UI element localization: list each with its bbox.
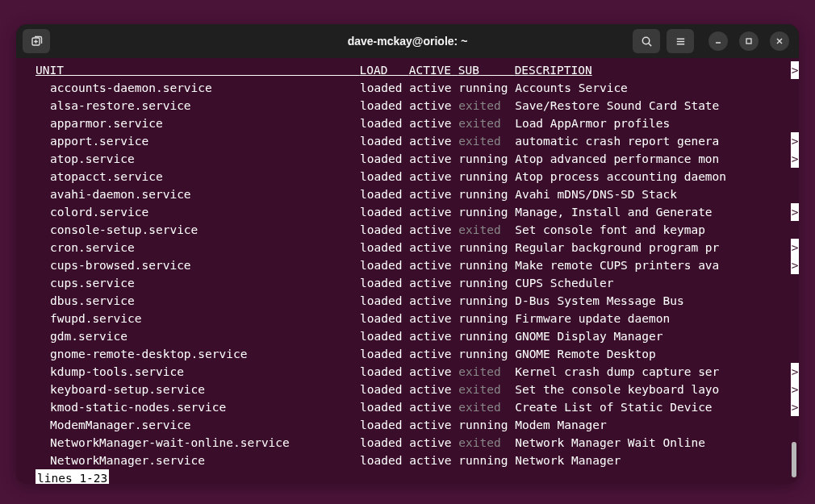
minimize-icon xyxy=(714,37,722,45)
service-row: fwupd.service loaded active running Firm… xyxy=(16,310,799,327)
active-state: active xyxy=(409,294,458,307)
service-row: kmod-static-nodes.service loaded active … xyxy=(16,398,799,416)
sub-state: running xyxy=(458,277,515,289)
active-state: active xyxy=(409,330,458,343)
service-row: atop.service loaded active running Atop … xyxy=(16,150,799,168)
sub-state: exited xyxy=(458,365,515,378)
terminal-body[interactable]: UNIT LOAD ACTIVE SUB DESCRIPTION> accoun… xyxy=(16,58,799,484)
unit-name: colord.service xyxy=(50,206,360,219)
service-row: ModemManager.service loaded active runni… xyxy=(16,416,799,434)
sub-state: running xyxy=(458,206,515,219)
maximize-button[interactable] xyxy=(739,31,759,51)
active-state: active xyxy=(409,223,458,236)
description: Firmware update daemon xyxy=(515,312,670,325)
svg-point-1 xyxy=(642,37,649,44)
sub-state: exited xyxy=(458,401,515,414)
overflow-marker: > xyxy=(791,61,799,79)
sub-state: running xyxy=(458,152,515,165)
service-row: NetworkManager-wait-online.service loade… xyxy=(16,434,799,452)
load-state: loaded xyxy=(360,259,409,272)
load-state: loaded xyxy=(360,401,409,414)
terminal-window: dave-mckay@oriole: ~ xyxy=(16,24,799,484)
service-row: cups-browsed.service loaded active runni… xyxy=(16,256,799,274)
load-state: loaded xyxy=(360,348,409,360)
active-state: active xyxy=(409,454,458,467)
titlebar: dave-mckay@oriole: ~ xyxy=(16,24,799,58)
active-state: active xyxy=(409,81,458,94)
load-state: loaded xyxy=(360,188,409,201)
description: Save/Restore Sound Card State xyxy=(515,99,719,112)
active-state: active xyxy=(409,383,458,396)
description: CUPS Scheduler xyxy=(515,277,613,289)
scrollbar-thumb[interactable] xyxy=(792,442,796,477)
active-state: active xyxy=(409,152,458,165)
unit-name: kdump-tools.service xyxy=(50,365,360,378)
sub-state: running xyxy=(458,419,515,431)
sub-state: exited xyxy=(458,436,515,449)
active-state: active xyxy=(409,365,458,378)
search-button[interactable] xyxy=(633,29,660,53)
service-row: dbus.service loaded active running D-Bus… xyxy=(16,292,799,310)
sub-state: running xyxy=(458,330,515,343)
load-state: loaded xyxy=(360,365,409,378)
terminal-output: UNIT LOAD ACTIVE SUB DESCRIPTION> accoun… xyxy=(16,61,799,484)
header-description: DESCRIPTION xyxy=(515,64,592,77)
load-state: loaded xyxy=(360,312,409,325)
window-title: dave-mckay@oriole: ~ xyxy=(348,35,468,48)
overflow-marker: > xyxy=(791,256,799,274)
service-row: gnome-remote-desktop.service loaded acti… xyxy=(16,345,799,363)
service-row: apport.service loaded active exited auto… xyxy=(16,132,799,150)
description: Set console font and keymap xyxy=(515,223,705,236)
column-header-row: UNIT LOAD ACTIVE SUB DESCRIPTION> xyxy=(16,61,799,79)
service-row: keyboard-setup.service loaded active exi… xyxy=(16,381,799,398)
header-active: ACTIVE xyxy=(409,64,458,77)
unit-name: cron.service xyxy=(50,241,360,254)
menu-button[interactable] xyxy=(667,29,694,53)
window-controls xyxy=(708,31,789,51)
description: Regular background program pr xyxy=(515,241,719,254)
minimize-button[interactable] xyxy=(708,31,728,51)
overflow-marker: > xyxy=(791,239,799,256)
active-state: active xyxy=(409,170,458,183)
sub-state: exited xyxy=(458,383,515,396)
description: Kernel crash dump capture ser xyxy=(515,365,719,378)
new-tab-icon xyxy=(30,35,43,48)
unit-name: kmod-static-nodes.service xyxy=(50,401,360,414)
load-state: loaded xyxy=(360,223,409,236)
load-state: loaded xyxy=(360,117,409,130)
overflow-marker: > xyxy=(791,381,799,398)
active-state: active xyxy=(409,312,458,325)
hamburger-icon xyxy=(675,35,687,48)
service-row: cron.service loaded active running Regul… xyxy=(16,239,799,256)
pager-line: lines 1-23 xyxy=(16,469,799,484)
load-state: loaded xyxy=(360,454,409,467)
close-button[interactable] xyxy=(770,31,789,51)
description: Create List of Static Device xyxy=(515,401,719,414)
sub-state: running xyxy=(458,454,515,467)
unit-name: apparmor.service xyxy=(50,117,360,130)
search-icon xyxy=(641,35,653,48)
overflow-marker: > xyxy=(791,363,799,381)
load-state: loaded xyxy=(360,152,409,165)
sub-state: running xyxy=(458,188,515,201)
sub-state: exited xyxy=(458,117,515,130)
close-icon xyxy=(775,37,784,45)
unit-name: apport.service xyxy=(50,135,360,148)
description: Manage, Install and Generate xyxy=(515,206,719,219)
pager-status: lines 1-23 xyxy=(36,469,109,484)
unit-name: NetworkManager-wait-online.service xyxy=(50,436,360,449)
service-row: accounts-daemon.service loaded active ru… xyxy=(16,79,799,97)
service-list: accounts-daemon.service loaded active ru… xyxy=(16,79,799,469)
new-tab-button[interactable] xyxy=(23,29,50,53)
description: Accounts Service xyxy=(515,81,628,94)
description: Network Manager Wait Online xyxy=(515,436,705,449)
service-row: apparmor.service loaded active exited Lo… xyxy=(16,115,799,132)
load-state: loaded xyxy=(360,81,409,94)
description: automatic crash report genera xyxy=(515,135,719,148)
svg-rect-2 xyxy=(746,39,751,44)
service-row: kdump-tools.service loaded active exited… xyxy=(16,363,799,381)
header-load: LOAD xyxy=(360,64,409,77)
active-state: active xyxy=(409,277,458,289)
sub-state: running xyxy=(458,241,515,254)
active-state: active xyxy=(409,241,458,254)
